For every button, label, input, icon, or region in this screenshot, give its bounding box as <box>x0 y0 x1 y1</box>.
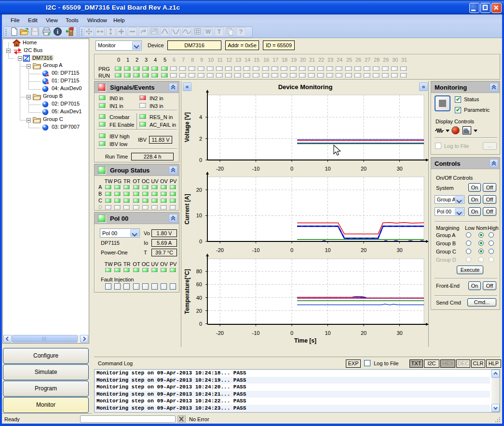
svg-text:?: ? <box>239 28 243 35</box>
svg-text:-10: -10 <box>252 330 260 336</box>
svg-text:2: 2 <box>199 136 202 142</box>
svg-text:-20: -20 <box>216 330 224 336</box>
svg-text:20: 20 <box>361 166 367 172</box>
svg-text:Temperature[°C]: Temperature[°C] <box>184 269 191 314</box>
svg-text:Current [A]: Current [A] <box>184 194 191 224</box>
svg-text:10: 10 <box>325 247 330 253</box>
svg-text:10: 10 <box>325 330 330 336</box>
svg-text:80: 80 <box>196 268 202 274</box>
svg-text:20: 20 <box>196 308 202 314</box>
svg-text:Voltage [V]: Voltage [V] <box>184 112 191 142</box>
svg-text:-10: -10 <box>252 247 260 253</box>
svg-text:-10: -10 <box>252 166 260 172</box>
svg-text:0: 0 <box>290 247 293 253</box>
svg-text:Time [s]: Time [s] <box>294 337 316 344</box>
svg-text:0: 0 <box>199 239 202 244</box>
svg-text:W: W <box>205 28 211 35</box>
svg-text:10: 10 <box>196 213 202 218</box>
svg-text:T: T <box>218 28 221 35</box>
svg-text:-20: -20 <box>216 166 224 172</box>
svg-text:40: 40 <box>196 295 202 301</box>
svg-text:20: 20 <box>361 330 367 336</box>
svg-text:0: 0 <box>199 321 202 327</box>
svg-text:30: 30 <box>396 166 402 172</box>
svg-text:0: 0 <box>290 330 293 336</box>
svg-text:0: 0 <box>199 157 202 163</box>
svg-text:30: 30 <box>396 330 402 336</box>
svg-text:20: 20 <box>361 247 367 253</box>
svg-text:20: 20 <box>196 187 202 193</box>
svg-text:60: 60 <box>196 281 202 287</box>
svg-text:0: 0 <box>290 166 293 172</box>
svg-text:30: 30 <box>396 247 402 253</box>
svg-text:10: 10 <box>325 166 330 172</box>
svg-text:-20: -20 <box>216 247 224 253</box>
svg-text:4: 4 <box>199 114 202 120</box>
